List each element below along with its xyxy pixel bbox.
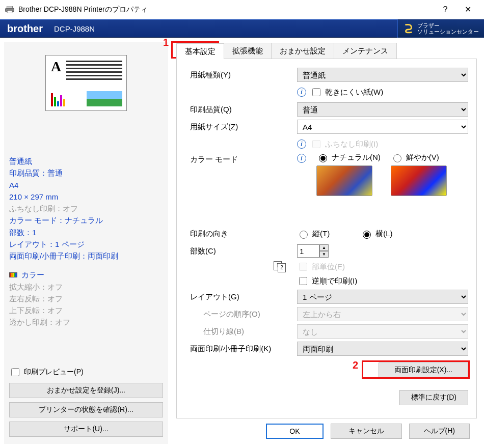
tab-maintenance[interactable]: メンテナンス (334, 43, 397, 59)
summary-quality: 印刷品質：普通 (9, 167, 163, 179)
summary-color: カラー (21, 270, 44, 279)
print-preview-checkbox[interactable]: 印刷プレビュー(P) (9, 367, 163, 378)
summary-colormode: カラー モード：ナチュラル (9, 214, 163, 226)
duplex-label: 両面印刷/小冊子印刷(K) (190, 344, 297, 354)
solution-center-link[interactable]: ブラザー ソリューションセンター (397, 19, 484, 38)
duplex-settings-button[interactable]: 両面印刷設定(X)... (379, 362, 468, 378)
summary-scaling: 拡大縮小：オフ (9, 281, 163, 293)
solution-icon (403, 23, 414, 34)
media-type-label: 用紙種類(Y) (190, 70, 297, 80)
brand-bar: brother DCP-J988N ブラザー ソリューションセンター (0, 19, 484, 38)
settings-summary: 普通紙 印刷品質：普通 A4 210 × 297 mm ふちなし印刷：オフ カラ… (9, 155, 163, 328)
printer-model: DCP-J988N (54, 24, 95, 33)
summary-mirror-v: 上下反転：オフ (9, 304, 163, 316)
summary-borderless: ふちなし印刷：オフ (9, 203, 163, 214)
summary-size-dim: 210 × 297 mm (9, 191, 163, 203)
border-line-label: 仕切り線(B) (190, 327, 297, 337)
copies-down[interactable]: ▼ (319, 251, 329, 258)
orientation-label: 印刷の向き (190, 229, 297, 239)
printer-icon (5, 6, 14, 13)
orientation-portrait-radio[interactable]: 縦(T) (297, 229, 330, 239)
window-title: Brother DCP-J988N Printerのプロパティ (18, 5, 434, 14)
quality-select[interactable]: 普通 (297, 102, 468, 117)
copies-input[interactable] (297, 244, 319, 258)
layout-label: レイアウト(G) (190, 292, 297, 302)
copies-up[interactable]: ▲ (319, 244, 329, 251)
solution-line1: ブラザー (417, 22, 479, 29)
annotation-2: 2 (353, 359, 358, 371)
tab-easy[interactable]: おまかせ設定 (271, 43, 334, 59)
help-button[interactable]: ? (434, 0, 456, 19)
summary-watermark: 透かし印刷：オフ (9, 316, 163, 328)
cancel-button[interactable]: キャンセル (331, 424, 402, 439)
dialog-button-row: OK キャンセル ヘルプ(H) (173, 418, 477, 444)
slow-dry-checkbox[interactable]: 乾きにくい紙(W) (310, 87, 383, 98)
page-order-label: ページの順序(O) (190, 310, 297, 319)
paper-size-select[interactable]: A4 (297, 120, 468, 134)
info-icon[interactable]: i (297, 154, 306, 163)
colormode-vivid-radio[interactable]: 鮮やか(V) (391, 153, 447, 162)
support-button[interactable]: サポート(U)... (9, 422, 163, 437)
page-order-icon (274, 261, 287, 271)
solution-line2: ソリューションセンター (417, 29, 479, 35)
colormode-label: カラー モード (190, 153, 297, 164)
titlebar: Brother DCP-J988N Printerのプロパティ ? ✕ (0, 0, 484, 19)
colormode-natural-thumb (316, 165, 372, 196)
summary-copies: 部数：1 (9, 227, 163, 238)
print-preview-checkbox-input[interactable] (11, 368, 19, 376)
svg-rect-0 (7, 6, 12, 8)
page-preview-thumbnail: A (45, 55, 127, 111)
quality-label: 印刷品質(Q) (190, 105, 297, 115)
size-label: 用紙サイズ(Z) (190, 122, 297, 132)
summary-size-name: A4 (9, 179, 163, 191)
close-button[interactable]: ✕ (456, 0, 479, 19)
restore-defaults-button[interactable]: 標準に戻す(D) (399, 390, 468, 405)
colormode-vivid-thumb (391, 165, 447, 196)
info-icon[interactable]: i (297, 139, 306, 149)
orientation-landscape-radio[interactable]: 横(L) (360, 229, 392, 239)
tab-bar: 基本設定 拡張機能 おまかせ設定 メンテナンス (176, 43, 477, 59)
register-preset-button[interactable]: おまかせ設定を登録(J)... (9, 383, 163, 398)
printer-status-button[interactable]: プリンターの状態を確認(R)... (9, 402, 163, 417)
summary-duplex: 両面印刷/小冊子印刷：両面印刷 (9, 250, 163, 262)
tab-basic[interactable]: 基本設定 (176, 43, 224, 59)
brand-logo: brother (7, 23, 43, 35)
media-type-select[interactable]: 普通紙 (297, 68, 468, 82)
tab-content-basic: 用紙種類(Y) 普通紙 i 乾きにくい紙(W) 印刷品質(Q) 普通 用紙サイズ… (176, 59, 477, 418)
preview-panel: A 普通紙 印刷品質：普通 A4 210 × 297 mm ふちなし印刷：オフ … (4, 42, 168, 444)
page-order-select: 左上から右 (297, 307, 468, 321)
collate-checkbox: 部単位(E) (297, 261, 345, 272)
summary-mirror-h: 左右反転：オフ (9, 293, 163, 304)
colormode-natural-radio[interactable]: ナチュラル(N) (316, 153, 381, 162)
reverse-order-checkbox[interactable]: 逆順で印刷(I) (297, 275, 357, 287)
duplex-select[interactable]: 両面印刷 (297, 342, 468, 356)
summary-media: 普通紙 (9, 155, 163, 167)
copies-spinner[interactable]: ▲▼ (297, 244, 329, 258)
layout-select[interactable]: 1 ページ (297, 290, 468, 304)
color-swatch-icon (9, 272, 17, 277)
borderless-checkbox: ふちなし印刷(I) (310, 138, 378, 150)
info-icon[interactable]: i (297, 88, 306, 97)
help-button-bottom[interactable]: ヘルプ(H) (409, 424, 470, 439)
settings-panel: 1 基本設定 拡張機能 おまかせ設定 メンテナンス 用紙種類(Y) 普通紙 i … (168, 38, 484, 448)
ok-button[interactable]: OK (266, 424, 323, 439)
svg-rect-2 (7, 10, 12, 13)
tab-advanced[interactable]: 拡張機能 (224, 43, 272, 59)
summary-layout: レイアウト：1 ページ (9, 238, 163, 250)
copies-label: 部数(C) (190, 246, 297, 256)
border-line-select: なし (297, 324, 468, 339)
